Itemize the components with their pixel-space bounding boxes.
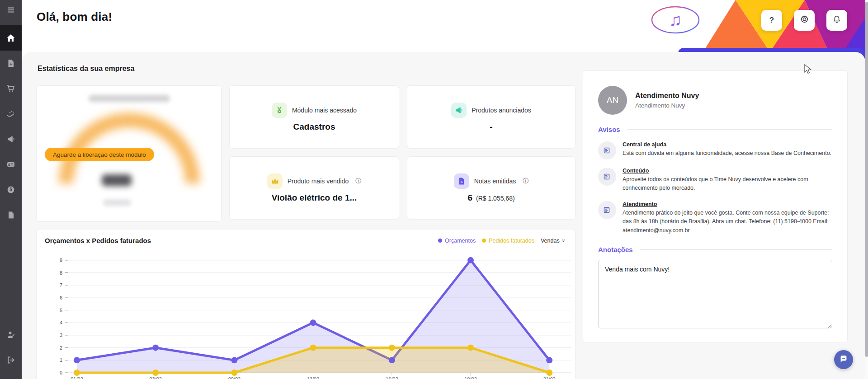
- stat-label: Produto mais vendido: [288, 178, 349, 185]
- aviso-body: Atendimento prático do jeito que você go…: [623, 209, 832, 235]
- anotacoes-heading: Anotações: [598, 246, 832, 253]
- invoice-icon: $: [454, 173, 469, 189]
- divider: [627, 129, 832, 130]
- avatar: AN: [598, 86, 627, 115]
- page-title: Olá, bom dia!: [37, 10, 112, 24]
- dollar-icon: $: [6, 185, 15, 194]
- megaphone-icon: [451, 103, 467, 118]
- list-item: Conteúdo Aproveite todos os conteúdos qu…: [598, 168, 832, 193]
- sidebar-item-account[interactable]: [0, 322, 22, 347]
- stat-value-suffix: (R$ 1.055,68): [476, 195, 515, 202]
- notes-textarea[interactable]: Venda mais com Nuvy!: [598, 260, 832, 328]
- svg-text:$: $: [460, 179, 462, 183]
- info-icon[interactable]: ⓘ: [523, 177, 528, 185]
- svg-text:01/02: 01/02: [71, 376, 83, 379]
- svg-text:9: 9: [60, 257, 62, 263]
- support-card: AN Atendimento Nuvy Atendimento Nuvy Avi…: [583, 70, 848, 342]
- document-icon: [6, 211, 15, 220]
- sidebar-item-sales[interactable]: [0, 76, 22, 101]
- chevron-down-icon: ∨: [562, 238, 565, 243]
- sidebar-item-marketing[interactable]: [0, 126, 22, 152]
- stat-card-modulo: Módulo mais acessado Cadastros: [229, 85, 399, 149]
- stats-section-title: Estatísticas da sua empresa: [38, 65, 134, 73]
- scrollbar[interactable]: [865, 0, 868, 379]
- svg-text:8: 8: [60, 270, 62, 276]
- legend-pedidos-faturados[interactable]: Pedidos faturados: [482, 238, 534, 244]
- svg-text:$: $: [9, 187, 12, 192]
- megaphone-icon: [6, 135, 15, 144]
- hand-coins-icon: [6, 109, 15, 118]
- chat-bubble-icon: [839, 354, 849, 365]
- stat-label: Módulo mais acessado: [292, 107, 357, 114]
- crown-icon: [267, 173, 283, 189]
- logout-icon: [6, 356, 15, 365]
- svg-text:7: 7: [60, 282, 62, 288]
- stat-value: Violão elétrico de 1...: [272, 193, 357, 203]
- cart-icon: [6, 84, 15, 93]
- svg-text:13/02: 13/02: [307, 376, 320, 379]
- svg-text:3: 3: [60, 332, 62, 338]
- stat-value: Cadastros: [293, 122, 335, 132]
- svg-text:03/02: 03/02: [149, 376, 162, 379]
- sidebar-item-finance[interactable]: $: [0, 177, 22, 202]
- sidebar-item-documents[interactable]: [0, 202, 22, 228]
- svg-text:4: 4: [60, 320, 62, 325]
- document-add-icon: [6, 59, 15, 68]
- avisos-heading: Avisos: [598, 126, 832, 133]
- info-icon[interactable]: ⓘ: [355, 177, 361, 185]
- chart-title: Orçamentos x Pedidos faturados: [45, 237, 151, 244]
- stat-label: Notas emitidas: [474, 178, 516, 185]
- sidebar-item-commissions[interactable]: [0, 101, 22, 126]
- home-icon: [6, 33, 15, 42]
- svg-text:09/02: 09/02: [228, 376, 241, 379]
- help-button[interactable]: ?: [761, 10, 782, 31]
- aviso-link[interactable]: Central de ajuda: [623, 141, 831, 148]
- blurred-gauge-title: [89, 95, 170, 102]
- blurred-gauge-subtitle: [103, 199, 131, 206]
- sidebar-nav: $ $: [0, 25, 22, 228]
- svg-text:16/02: 16/02: [386, 376, 398, 379]
- chat-button[interactable]: [834, 350, 853, 369]
- main-panel: Estatísticas da sua empresa Aguarde a li…: [22, 52, 865, 379]
- medal-icon: [272, 103, 287, 118]
- header: Olá, bom dia! ♫ ?: [22, 0, 868, 52]
- news-icon: [598, 201, 616, 219]
- stat-value: 6: [467, 193, 472, 203]
- line-chart[interactable]: 012345678901/0203/0209/0213/0216/0219/02…: [37, 249, 576, 379]
- chart-legend: Orçamentos Pedidos faturados Vendas ∨: [438, 238, 565, 244]
- aviso-body: Aproveite todos os conteúdos que o Time …: [623, 175, 832, 193]
- svg-text:0: 0: [60, 370, 62, 375]
- chart-type-dropdown[interactable]: Vendas ∨: [541, 238, 565, 244]
- sidebar-item-billing[interactable]: $: [0, 152, 22, 177]
- support-name: Atendimento Nuvy: [635, 92, 699, 100]
- news-icon: [598, 168, 616, 186]
- legend-dot-yellow-icon: [482, 239, 486, 243]
- divider: [640, 249, 832, 250]
- list-item: Atendimento Atendimento prático do jeito…: [598, 201, 832, 235]
- legend-label: Orçamentos: [445, 238, 476, 244]
- legend-orcamentos[interactable]: Orçamentos: [438, 238, 476, 244]
- settings-button[interactable]: [794, 10, 815, 31]
- sidebar-item-new-document[interactable]: [0, 51, 22, 76]
- menu-icon[interactable]: [0, 0, 22, 20]
- aviso-link[interactable]: Conteúdo: [623, 168, 832, 174]
- chart-card: Orçamentos x Pedidos faturados Orçamento…: [36, 229, 576, 379]
- sidebar-item-home[interactable]: [0, 25, 22, 51]
- billing-icon: $: [6, 160, 15, 169]
- gauge-locked-badge: Aguarde a liberação deste módulo: [45, 148, 154, 161]
- stat-value: -: [490, 122, 492, 132]
- sidebar-bottom: [0, 322, 22, 373]
- stat-card-notas-emitidas: $ Notas emitidas ⓘ 6 (R$ 1.055,68): [407, 156, 576, 220]
- svg-text:21/02: 21/02: [543, 376, 556, 379]
- scrollbar-thumb[interactable]: [865, 2, 868, 357]
- sidebar-item-logout[interactable]: [0, 347, 22, 373]
- gear-icon: [800, 14, 809, 26]
- company-logo: ♫: [650, 5, 701, 37]
- sidebar: $ $: [0, 0, 22, 379]
- aviso-link[interactable]: Atendimento: [623, 201, 832, 207]
- stat-card-produto-mais-vendido: Produto mais vendido ⓘ Violão elétrico d…: [229, 156, 399, 220]
- music-note-icon: ♫: [669, 10, 682, 29]
- notifications-button[interactable]: [826, 10, 847, 31]
- legend-dot-purple-icon: [438, 239, 442, 243]
- gauge-card: Aguarde a liberação deste módulo: [36, 85, 222, 222]
